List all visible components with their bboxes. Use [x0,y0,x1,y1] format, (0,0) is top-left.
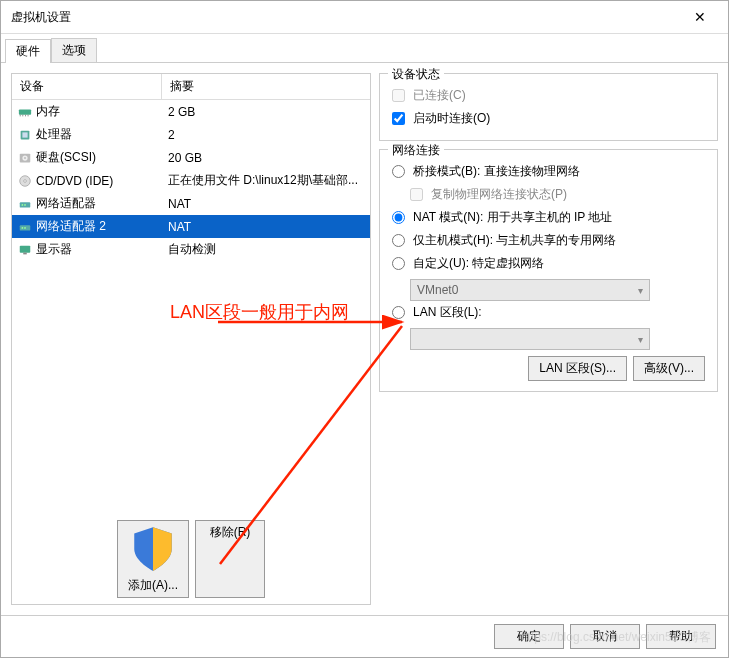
svg-rect-3 [25,114,26,116]
radio-lan[interactable]: LAN 区段(L): [392,301,705,324]
list-row[interactable]: 网络适配器NAT [12,192,370,215]
list-row[interactable]: 显示器自动检测 [12,238,370,261]
network-buttons: LAN 区段(S)... 高级(V)... [392,356,705,381]
svg-point-16 [22,227,24,229]
connected-label: 已连接(C) [413,87,466,104]
radio-custom-input[interactable] [392,257,405,270]
cpu-icon [18,128,32,142]
device-summary: 自动检测 [162,239,370,260]
custom-net-select: VMnet0▾ [410,279,650,301]
device-list[interactable]: 内存2 GB处理器2硬盘(SCSI)20 GBCD/DVD (IDE)正在使用文… [12,100,370,514]
svg-rect-19 [23,252,27,254]
cancel-button[interactable]: 取消 [570,624,640,649]
device-status-group: 设备状态 已连接(C) 启动时连接(O) [379,73,718,141]
help-button[interactable]: 帮助 [646,624,716,649]
footer: 确定 取消 帮助 [1,615,728,657]
svg-point-14 [24,204,26,206]
col-summary[interactable]: 摘要 [162,74,370,99]
device-name: 硬盘(SCSI) [36,149,96,166]
chevron-down-icon: ▾ [638,285,643,296]
tab-hardware[interactable]: 硬件 [5,39,51,63]
device-summary: 正在使用文件 D:\linux12期\基础部... [162,170,370,191]
device-name: 网络适配器 [36,195,96,212]
list-row[interactable]: CD/DVD (IDE)正在使用文件 D:\linux12期\基础部... [12,169,370,192]
radio-hostonly[interactable]: 仅主机模式(H): 与主机共享的专用网络 [392,229,705,252]
net-icon [18,197,32,211]
device-name: 处理器 [36,126,72,143]
replicate-row: 复制物理网络连接状态(P) [410,183,705,206]
radio-nat-input[interactable] [392,211,405,224]
startup-label: 启动时连接(O) [413,110,490,127]
advanced-button[interactable]: 高级(V)... [633,356,705,381]
titlebar: 虚拟机设置 ✕ [1,1,728,34]
add-remove-row: 添加(A)... 移除(R) [12,514,370,604]
group-title-network: 网络连接 [388,142,444,159]
replicate-checkbox [410,188,423,201]
radio-hostonly-input[interactable] [392,234,405,247]
radio-bridge[interactable]: 桥接模式(B): 直接连接物理网络 [392,160,705,183]
close-button[interactable]: ✕ [680,5,720,29]
dialog-title: 虚拟机设置 [11,9,71,26]
svg-rect-0 [19,109,31,114]
group-title-status: 设备状态 [388,66,444,83]
svg-rect-18 [20,245,31,252]
tab-bar: 硬件 选项 [1,34,728,63]
device-name: 网络适配器 2 [36,218,106,235]
cd-icon [18,174,32,188]
connected-checkbox-row: 已连接(C) [392,84,705,107]
add-button[interactable]: 添加(A)... [117,520,189,598]
list-row[interactable]: 内存2 GB [12,100,370,123]
ok-button[interactable]: 确定 [494,624,564,649]
radio-bridge-input[interactable] [392,165,405,178]
svg-rect-6 [22,132,27,137]
device-summary: 2 GB [162,103,370,121]
svg-rect-2 [22,114,23,116]
remove-button[interactable]: 移除(R) [195,520,265,598]
chevron-down-icon: ▾ [638,334,643,345]
lan-seg-button[interactable]: LAN 区段(S)... [528,356,627,381]
lan-segment-select: ▾ [410,328,650,350]
device-summary: 20 GB [162,149,370,167]
svg-point-11 [24,179,27,182]
connected-checkbox [392,89,405,102]
display-icon [18,243,32,257]
radio-custom[interactable]: 自定义(U): 特定虚拟网络 [392,252,705,275]
svg-point-9 [24,157,25,158]
device-name: 显示器 [36,241,72,258]
svg-point-13 [22,204,24,206]
shield-icon [128,563,178,577]
device-list-panel: 设备 摘要 内存2 GB处理器2硬盘(SCSI)20 GBCD/DVD (IDE… [11,73,371,605]
list-row[interactable]: 硬盘(SCSI)20 GB [12,146,370,169]
device-summary: NAT [162,195,370,213]
radio-nat[interactable]: NAT 模式(N): 用于共享主机的 IP 地址 [392,206,705,229]
startup-checkbox-row[interactable]: 启动时连接(O) [392,107,705,130]
startup-checkbox[interactable] [392,112,405,125]
list-row[interactable]: 网络适配器 2NAT [12,215,370,238]
tab-options[interactable]: 选项 [51,38,97,62]
radio-lan-input[interactable] [392,306,405,319]
list-header: 设备 摘要 [12,74,370,100]
col-device[interactable]: 设备 [12,74,162,99]
device-summary: NAT [162,218,370,236]
device-summary: 2 [162,126,370,144]
list-row[interactable]: 处理器2 [12,123,370,146]
device-name: CD/DVD (IDE) [36,174,113,188]
disk-icon [18,151,32,165]
svg-rect-1 [20,114,21,116]
svg-point-17 [24,227,26,229]
memory-icon [18,105,32,119]
net-icon [18,220,32,234]
network-group: 网络连接 桥接模式(B): 直接连接物理网络 复制物理网络连接状态(P) NAT… [379,149,718,392]
svg-rect-4 [28,114,29,116]
device-name: 内存 [36,103,60,120]
